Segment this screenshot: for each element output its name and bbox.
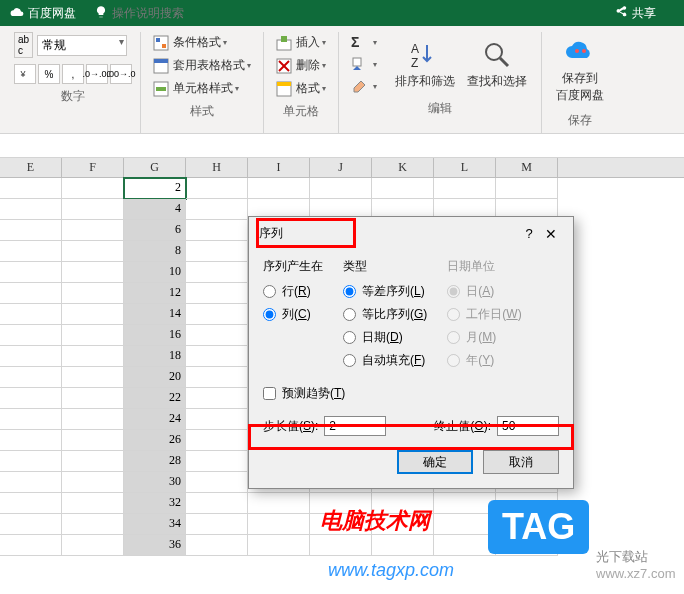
cell[interactable]: 32: [124, 493, 186, 514]
col-header[interactable]: M: [496, 158, 558, 177]
cell[interactable]: [0, 430, 62, 451]
cell[interactable]: [62, 283, 124, 304]
cell[interactable]: [0, 472, 62, 493]
cell[interactable]: 6: [124, 220, 186, 241]
cell[interactable]: [186, 514, 248, 535]
step-value-input[interactable]: [324, 416, 386, 436]
tell-me-search[interactable]: [94, 5, 202, 22]
cell[interactable]: [0, 367, 62, 388]
cell[interactable]: [0, 493, 62, 514]
cell[interactable]: [372, 178, 434, 199]
delete-button[interactable]: 删除▾: [272, 55, 330, 76]
cell[interactable]: [186, 451, 248, 472]
stop-value-input[interactable]: [497, 416, 559, 436]
cell[interactable]: [62, 178, 124, 199]
cell[interactable]: [186, 283, 248, 304]
cell[interactable]: 16: [124, 325, 186, 346]
cell-style-button[interactable]: 单元格样式▾: [149, 78, 255, 99]
cell[interactable]: [186, 409, 248, 430]
cell[interactable]: [186, 262, 248, 283]
radio-arith[interactable]: [343, 285, 356, 298]
cell[interactable]: 8: [124, 241, 186, 262]
cell[interactable]: 36: [124, 535, 186, 556]
phonetic-icon[interactable]: abc: [14, 32, 33, 58]
radio-autofill[interactable]: [343, 354, 356, 367]
cell[interactable]: [62, 346, 124, 367]
col-header[interactable]: J: [310, 158, 372, 177]
cell[interactable]: [186, 388, 248, 409]
cell[interactable]: [62, 388, 124, 409]
cell[interactable]: [62, 241, 124, 262]
trend-checkbox[interactable]: [263, 387, 276, 400]
cell[interactable]: [248, 493, 310, 514]
cell[interactable]: [310, 535, 372, 556]
col-header[interactable]: L: [434, 158, 496, 177]
cell[interactable]: [0, 241, 62, 262]
col-header[interactable]: G: [124, 158, 186, 177]
cell[interactable]: [248, 178, 310, 199]
cell[interactable]: [310, 178, 372, 199]
cell[interactable]: [0, 451, 62, 472]
cell[interactable]: [62, 472, 124, 493]
col-header[interactable]: F: [62, 158, 124, 177]
table-format-button[interactable]: 套用表格格式▾: [149, 55, 255, 76]
fill-button[interactable]: ▾: [347, 54, 381, 74]
col-header[interactable]: K: [372, 158, 434, 177]
cell[interactable]: [186, 178, 248, 199]
cell[interactable]: [0, 199, 62, 220]
trend-checkbox-row[interactable]: 预测趋势(T): [263, 385, 559, 402]
share-button[interactable]: 共享: [614, 5, 656, 22]
search-input[interactable]: [112, 6, 202, 20]
cell[interactable]: [186, 367, 248, 388]
radio-geom-option[interactable]: 等比序列(G): [343, 306, 427, 323]
cell[interactable]: 14: [124, 304, 186, 325]
dialog-close-button[interactable]: ✕: [539, 226, 563, 242]
cell[interactable]: [62, 199, 124, 220]
cell[interactable]: [0, 220, 62, 241]
radio-geom[interactable]: [343, 308, 356, 321]
cell[interactable]: [62, 409, 124, 430]
col-header[interactable]: E: [0, 158, 62, 177]
cell[interactable]: 24: [124, 409, 186, 430]
cell[interactable]: [0, 283, 62, 304]
cell[interactable]: [186, 535, 248, 556]
comma-format-button[interactable]: ,: [62, 64, 84, 84]
radio-date[interactable]: [343, 331, 356, 344]
cell[interactable]: [434, 535, 496, 556]
ok-button[interactable]: 确定: [397, 450, 473, 474]
cell[interactable]: [434, 514, 496, 535]
cell[interactable]: [0, 304, 62, 325]
radio-row-option[interactable]: 行(R): [263, 283, 323, 300]
cell[interactable]: [62, 514, 124, 535]
cell[interactable]: [186, 346, 248, 367]
cancel-button[interactable]: 取消: [483, 450, 559, 474]
cell[interactable]: 18: [124, 346, 186, 367]
cell[interactable]: 2: [124, 178, 186, 199]
radio-autofill-option[interactable]: 自动填充(F): [343, 352, 427, 369]
cell[interactable]: [186, 220, 248, 241]
cell[interactable]: 26: [124, 430, 186, 451]
cell[interactable]: [62, 451, 124, 472]
cell[interactable]: 34: [124, 514, 186, 535]
cell[interactable]: [0, 325, 62, 346]
cell[interactable]: [372, 535, 434, 556]
number-format-combo[interactable]: 常规: [37, 35, 127, 56]
autosum-button[interactable]: Σ▾: [347, 32, 381, 52]
cell[interactable]: [62, 220, 124, 241]
format-button[interactable]: 格式▾: [272, 78, 330, 99]
cell[interactable]: 28: [124, 451, 186, 472]
cell[interactable]: [62, 493, 124, 514]
cell[interactable]: [0, 262, 62, 283]
cell[interactable]: [186, 325, 248, 346]
cell[interactable]: [62, 304, 124, 325]
cell[interactable]: [186, 241, 248, 262]
radio-arith-option[interactable]: 等差序列(L): [343, 283, 427, 300]
cell[interactable]: [248, 514, 310, 535]
percent-format-button[interactable]: %: [38, 64, 60, 84]
increase-decimal-button[interactable]: .0→.00: [86, 64, 108, 84]
cell[interactable]: [0, 178, 62, 199]
cell[interactable]: [62, 262, 124, 283]
cell[interactable]: [186, 430, 248, 451]
cell[interactable]: [496, 178, 558, 199]
conditional-format-button[interactable]: 条件格式▾: [149, 32, 255, 53]
